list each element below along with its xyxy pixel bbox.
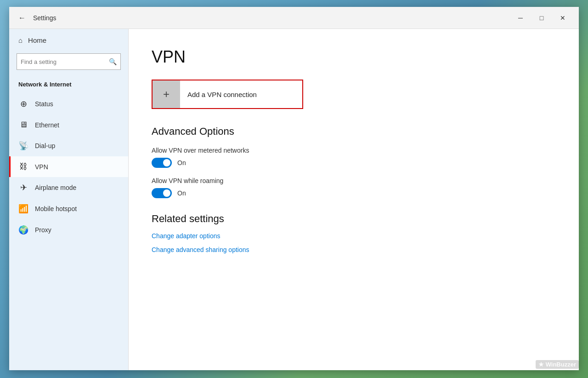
toggle-row-metered: On xyxy=(152,158,556,168)
toggle-metered-status: On xyxy=(177,159,186,166)
proxy-icon: 🌍 xyxy=(18,225,28,235)
close-button[interactable]: ✕ xyxy=(552,7,573,29)
sidebar-item-home[interactable]: ⌂ Home xyxy=(9,29,128,52)
sidebar-item-vpn[interactable]: ⛓ VPN xyxy=(9,156,128,177)
add-vpn-icon: + xyxy=(153,80,180,108)
toggle-row-roaming: On xyxy=(152,188,556,198)
status-icon: ⊕ xyxy=(18,99,28,109)
change-sharing-options-link[interactable]: Change advanced sharing options xyxy=(152,246,556,253)
minimize-button[interactable]: ─ xyxy=(510,7,531,29)
add-vpn-label: Add a VPN connection xyxy=(180,91,264,98)
setting-roaming-label: Allow VPN while roaming xyxy=(152,177,556,184)
page-title: VPN xyxy=(152,47,556,67)
ethernet-icon: 🖥 xyxy=(18,120,28,130)
setting-roaming: Allow VPN while roaming On xyxy=(152,177,556,198)
sidebar-search-box[interactable]: 🔍 xyxy=(17,53,121,70)
sidebar-label-vpn: VPN xyxy=(35,163,48,171)
back-button[interactable]: ← xyxy=(15,11,29,25)
setting-metered-label: Allow VPN over metered networks xyxy=(152,147,556,154)
change-adapter-options-link[interactable]: Change adapter options xyxy=(152,232,556,240)
vpn-icon: ⛓ xyxy=(18,162,28,172)
sidebar-label-status: Status xyxy=(35,100,53,108)
settings-window: ← Settings ─ □ ✕ ⌂ Home 🔍 xyxy=(9,7,579,370)
window-controls: ─ □ ✕ xyxy=(510,7,573,29)
related-settings-heading: Related settings xyxy=(152,213,556,225)
sidebar-label-airplane: Airplane mode xyxy=(35,184,76,191)
home-icon: ⌂ xyxy=(18,36,23,44)
toggle-roaming-status: On xyxy=(177,189,186,197)
sidebar-item-proxy[interactable]: 🌍 Proxy xyxy=(9,219,128,241)
airplane-icon: ✈ xyxy=(18,183,28,193)
hotspot-icon: 📶 xyxy=(18,204,28,214)
sidebar-item-hotspot[interactable]: 📶 Mobile hotspot xyxy=(9,198,128,219)
main-panel: VPN + Add a VPN connection Advanced Opti… xyxy=(129,29,579,370)
winbuzzer-watermark: ★ WinBuzzer xyxy=(536,360,579,369)
sidebar-section-title: Network & Internet xyxy=(9,77,128,93)
add-vpn-button[interactable]: + Add a VPN connection xyxy=(152,80,303,109)
content-area: ⌂ Home 🔍 Network & Internet ⊕ Status 🖥 E… xyxy=(9,29,579,370)
sidebar-item-dialup[interactable]: 📡 Dial-up xyxy=(9,135,128,156)
sidebar: ⌂ Home 🔍 Network & Internet ⊕ Status 🖥 E… xyxy=(9,29,129,370)
search-icon: 🔍 xyxy=(109,58,117,65)
sidebar-item-status[interactable]: ⊕ Status xyxy=(9,93,128,115)
sidebar-label-ethernet: Ethernet xyxy=(35,121,59,129)
advanced-options-heading: Advanced Options xyxy=(152,126,556,137)
sidebar-label-hotspot: Mobile hotspot xyxy=(35,205,77,212)
window-title: Settings xyxy=(33,14,57,22)
toggle-metered[interactable] xyxy=(152,158,172,168)
dialup-icon: 📡 xyxy=(18,141,28,151)
search-input[interactable] xyxy=(21,58,109,65)
setting-metered: Allow VPN over metered networks On xyxy=(152,147,556,168)
sidebar-item-ethernet[interactable]: 🖥 Ethernet xyxy=(9,115,128,135)
sidebar-label-dialup: Dial-up xyxy=(35,142,55,149)
sidebar-home-label: Home xyxy=(28,36,46,44)
titlebar: ← Settings ─ □ ✕ xyxy=(9,7,579,29)
sidebar-label-proxy: Proxy xyxy=(35,226,51,234)
toggle-roaming[interactable] xyxy=(152,188,172,198)
sidebar-item-airplane[interactable]: ✈ Airplane mode xyxy=(9,177,128,198)
maximize-button[interactable]: □ xyxy=(531,7,552,29)
